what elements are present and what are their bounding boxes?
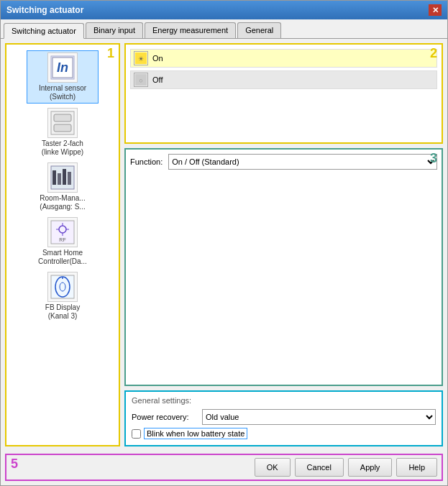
svg-text:In: In — [57, 60, 68, 75]
fb-display-icon — [47, 272, 78, 302]
tab-switching-actuator[interactable]: Switching actuator — [4, 23, 84, 39]
cancel-button[interactable]: Cancel — [295, 458, 344, 477]
footer-panel: 5 OK Cancel Apply Help — [5, 454, 443, 481]
room-manager-label: Room-Mana...(Ausgang: S... — [40, 194, 85, 211]
device-item-smart-home[interactable]: RF Smart HomeController(Da... — [27, 216, 99, 267]
function-label: Function: — [130, 157, 163, 166]
apply-button[interactable]: Apply — [348, 458, 393, 477]
off-state-icon: ○ — [134, 73, 148, 87]
taster-icon — [47, 108, 78, 138]
function-panel: 3 Function: On / Off (Standard) Toggle T… — [124, 148, 443, 386]
title-bar: Switching actuator ✕ — [1, 1, 447, 19]
svg-text:RF: RF — [59, 237, 65, 242]
svg-text:○: ○ — [139, 77, 142, 84]
state-row-on[interactable]: ☀ On — [130, 49, 437, 68]
device-item-taster[interactable]: Taster 2-fach(linke Wippe) — [27, 106, 99, 158]
smart-home-icon: RF — [47, 217, 78, 247]
state-list: ☀ On ○ Off — [130, 49, 437, 89]
panel5-number: 5 — [11, 457, 18, 472]
svg-rect-5 — [54, 124, 71, 132]
svg-rect-8 — [58, 173, 61, 185]
taster-label: Taster 2-fach(linke Wippe) — [42, 139, 83, 157]
ok-button[interactable]: OK — [255, 458, 291, 477]
smart-home-label: Smart HomeController(Da... — [38, 249, 87, 266]
panel3-number: 3 — [430, 151, 437, 166]
main-content: 1 In Internal sensor(Switch) — [1, 39, 447, 451]
svg-rect-7 — [52, 170, 56, 185]
state-row-off[interactable]: ○ Off — [130, 70, 437, 89]
blink-checkbox[interactable] — [132, 429, 141, 439]
internal-sensor-icon: In — [47, 52, 78, 83]
device-item-internal-sensor[interactable]: In Internal sensor(Switch) — [27, 50, 99, 104]
main-window: Switching actuator ✕ Switching actuator … — [0, 0, 448, 486]
tab-bar: Switching actuator Binary input Energy m… — [1, 19, 447, 39]
function-row: Function: On / Off (Standard) Toggle Tim… — [130, 154, 437, 170]
device-list-panel: 1 In Internal sensor(Switch) — [5, 43, 120, 446]
fb-display-label: FB Display(Kanal 3) — [45, 303, 80, 321]
svg-rect-4 — [54, 114, 71, 122]
tab-general[interactable]: General — [237, 22, 281, 38]
function-select[interactable]: On / Off (Standard) Toggle Timer — [168, 154, 437, 170]
device-item-room-manager[interactable]: Room-Mana...(Ausgang: S... — [27, 161, 99, 213]
power-recovery-row: Power recovery: Old value On Off — [132, 409, 436, 425]
general-settings-title: General settings: — [132, 396, 436, 405]
panel1-number: 1 — [107, 46, 114, 61]
internal-sensor-label: Internal sensor(Switch) — [39, 84, 86, 101]
state-panel: 2 ☀ On ○ Off — [124, 43, 443, 144]
room-manager-icon — [47, 162, 78, 193]
tab-binary-input[interactable]: Binary input — [86, 22, 143, 38]
tab-energy-measurement[interactable]: Energy measurement — [145, 22, 236, 38]
off-state-label: Off — [152, 75, 163, 84]
on-state-icon: ☀ — [134, 51, 148, 65]
svg-text:☀: ☀ — [138, 55, 144, 63]
help-button[interactable]: Help — [396, 458, 437, 477]
device-item-fb-display[interactable]: FB Display(Kanal 3) — [27, 270, 99, 322]
window-title: Switching actuator — [6, 5, 83, 15]
svg-rect-9 — [63, 169, 66, 185]
blink-label: Blink when low battery state — [144, 428, 247, 439]
power-recovery-label: Power recovery: — [132, 413, 196, 421]
panel2-number: 2 — [430, 46, 437, 61]
svg-rect-10 — [68, 172, 71, 185]
power-recovery-select[interactable]: Old value On Off — [202, 409, 436, 425]
on-state-label: On — [152, 54, 163, 63]
close-button[interactable]: ✕ — [429, 4, 442, 16]
right-panel: 2 ☀ On ○ Off — [124, 43, 443, 446]
blink-row: Blink when low battery state — [132, 428, 436, 439]
general-settings-panel: General settings: Power recovery: Old va… — [124, 390, 443, 446]
